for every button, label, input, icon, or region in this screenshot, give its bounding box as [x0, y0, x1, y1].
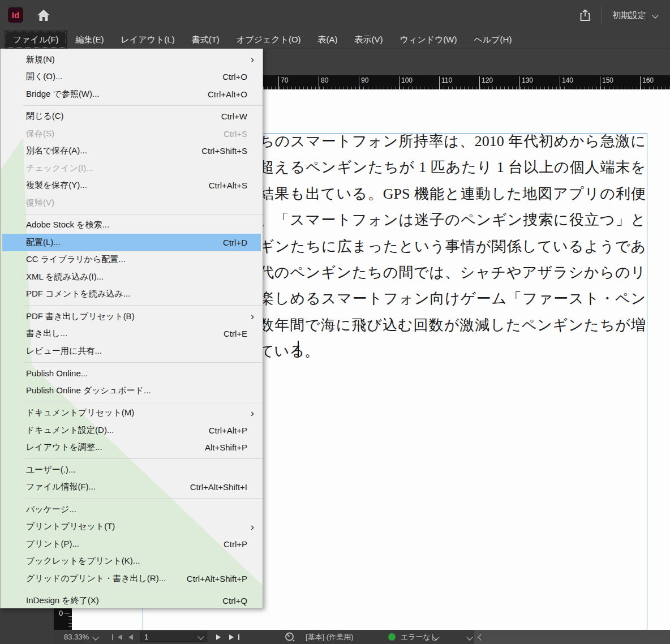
ruler-tick: 140 — [560, 76, 560, 89]
menu-separator — [23, 214, 263, 214]
previous-page-button[interactable] — [128, 630, 133, 644]
menu-bar: ファイル(F)編集(E)レイアウト(L)書式(T)オブジェクト(O)表(A)表示… — [0, 31, 670, 49]
menubar-item-7[interactable]: ウィンドウ(W) — [392, 31, 466, 49]
menu-item-shortcut: Ctrl+Alt+Shift+I — [190, 482, 255, 492]
text-line: 代のペンギンたちの間では、シャチやアザラシからのリ — [259, 260, 646, 286]
file-menu-item[interactable]: プリント(P)...Ctrl+P — [2, 535, 261, 553]
menu-item-label: InDesign を終了(X) — [26, 595, 99, 606]
horizontal-scrollbar[interactable] — [474, 630, 670, 644]
menubar-item-4[interactable]: オブジェクト(O) — [228, 31, 310, 49]
vertical-ruler[interactable]: 0 — [54, 608, 72, 630]
menu-item-label: ユーザー(.)... — [26, 465, 75, 475]
file-menu-item[interactable]: プリントプリセット(T)› — [2, 518, 261, 536]
menu-separator — [23, 458, 263, 459]
file-menu-item[interactable]: InDesign を終了(X)Ctrl+Q — [2, 593, 261, 609]
error-status-dropdown[interactable]: エラーなし — [388, 630, 472, 644]
file-menu-item[interactable]: グリッドのプリント・書き出し(R)...Ctrl+Alt+Shift+P — [2, 570, 261, 587]
text-caret — [298, 341, 299, 357]
menu-item-shortcut: Ctrl+W — [221, 111, 255, 121]
file-menu-item[interactable]: Bridge で参照(W)...Ctrl+Alt+O — [2, 85, 261, 103]
menu-item-shortcut: Ctrl+Alt+P — [209, 426, 255, 435]
submenu-arrow-icon: › — [251, 407, 254, 418]
menu-item-shortcut: Ctrl+Alt+Shift+P — [187, 574, 255, 583]
preflight-menu-button[interactable] — [285, 630, 295, 644]
file-menu-item[interactable]: 新規(N)› — [2, 51, 261, 68]
page-dropdown-chevron-icon — [197, 633, 204, 639]
file-menu-item[interactable]: 開く(O)...Ctrl+O — [2, 68, 261, 86]
menu-item-shortcut: Ctrl+O — [222, 72, 255, 81]
file-menu-item[interactable]: 複製を保存(Y)...Ctrl+Alt+S — [2, 177, 261, 195]
file-menu-item[interactable]: ファイル情報(F)...Ctrl+Alt+Shift+I — [2, 479, 261, 496]
file-menu-item[interactable]: Adobe Stock を検索... — [2, 217, 261, 234]
menu-item-label: グリッドのプリント・書き出し(R)... — [26, 573, 166, 584]
menubar-item-5[interactable]: 表(A) — [310, 31, 346, 49]
file-menu-item[interactable]: ドキュメント設定(D)...Ctrl+Alt+P — [2, 422, 261, 439]
file-menu-item[interactable]: パッケージ... — [2, 501, 261, 518]
menu-separator — [23, 305, 263, 306]
share-button[interactable] — [577, 7, 593, 23]
zoom-level-control[interactable]: 83.33% — [64, 630, 98, 644]
home-icon — [36, 8, 51, 22]
ruler-tick: 100 — [399, 76, 400, 89]
next-page-icon — [216, 634, 221, 640]
file-menu-item[interactable]: PDF 書き出しプリセット(B)› — [2, 308, 261, 325]
menu-item-label: 閉じる(C) — [26, 111, 64, 122]
file-menu-item[interactable]: レビュー用に共有... — [2, 342, 261, 360]
status-bar: 83.33% 1 [基本] (作業用) エラーなし — [54, 630, 670, 644]
file-menu-item[interactable]: 閉じる(C)Ctrl+W — [2, 108, 261, 126]
previous-page-icon — [128, 634, 133, 640]
file-menu-item[interactable]: 別名で保存(A)...Ctrl+Shift+S — [2, 143, 261, 160]
file-menu-item[interactable]: レイアウトを調整...Alt+Shift+P — [2, 439, 261, 457]
home-button[interactable] — [35, 7, 52, 24]
submenu-arrow-icon: › — [251, 521, 254, 531]
workspace-switcher[interactable]: 初期設定 — [612, 8, 658, 22]
menu-item-label: 開く(O)... — [26, 71, 63, 82]
menu-item-label: CC ライブラリから配置... — [26, 254, 126, 265]
file-menu-item[interactable]: ドキュメントプリセット(M)› — [2, 405, 261, 422]
menu-item-label: ドキュメントプリセット(M) — [26, 407, 134, 418]
menu-item-label: Adobe Stock を検索... — [26, 220, 109, 230]
file-menu-item[interactable]: CC ライブラリから配置... — [2, 251, 261, 269]
menu-separator — [23, 590, 263, 590]
chevron-down-icon — [92, 634, 98, 640]
menu-item-label: 復帰(V) — [26, 198, 54, 208]
text-line: 超えるペンギンたちが 1 匹あたり 1 台以上の個人端末を — [259, 154, 646, 181]
indesign-window: { "app": { "logo": "Id", "workspace": "初… — [0, 0, 670, 644]
file-menu-item[interactable]: Publish Online... — [2, 365, 261, 383]
last-page-button[interactable] — [229, 630, 239, 644]
ruler-tick: 160 — [640, 76, 641, 89]
first-page-button[interactable] — [112, 630, 122, 644]
menubar-item-2[interactable]: レイアウト(L) — [113, 31, 183, 49]
ruler-tick-label: 100 — [401, 76, 413, 84]
file-menu-item[interactable]: ブックレットをプリント(K)... — [2, 553, 261, 570]
file-menu-item[interactable]: PDF コメントを読み込み... — [2, 286, 261, 303]
menubar-item-8[interactable]: ヘルプ(H) — [466, 31, 521, 49]
page-number-field[interactable]: 1 — [140, 632, 207, 642]
file-menu-item[interactable]: 書き出し...Ctrl+E — [2, 325, 261, 343]
menubar-item-1[interactable]: 編集(E) — [67, 31, 113, 49]
file-menu-item[interactable]: 配置(L)...Ctrl+D — [2, 234, 261, 251]
menu-item-shortcut: Ctrl+Alt+O — [208, 89, 255, 99]
chevron-down-icon — [466, 634, 473, 640]
menubar-item-0[interactable]: ファイル(F) — [5, 31, 67, 49]
file-menu-item[interactable]: ユーザー(.)... — [2, 461, 261, 479]
zoom-level-value: 83.33% — [64, 633, 89, 641]
menu-item-label: 複製を保存(Y)... — [26, 180, 87, 191]
file-menu-item: 保存(S)Ctrl+S — [2, 125, 261, 143]
menu-item-label: プリントプリセット(T) — [26, 521, 115, 532]
menu-item-shortcut: Ctrl+E — [224, 329, 255, 338]
menubar-item-6[interactable]: 表示(V) — [346, 31, 392, 49]
menu-item-label: プリント(P)... — [26, 539, 79, 549]
ruler-tick: 130 — [519, 76, 520, 89]
next-page-button[interactable] — [216, 630, 221, 644]
ruler-tick: 70 — [278, 76, 279, 89]
share-icon — [578, 8, 592, 22]
file-menu-item[interactable]: XML を読み込み(I)... — [2, 268, 261, 286]
menu-separator — [23, 362, 263, 363]
last-page-bar — [238, 634, 239, 640]
file-menu-item[interactable]: Publish Online ダッシュボード... — [2, 382, 261, 400]
file-menu-item: 復帰(V) — [2, 194, 261, 212]
ruler-tick-label: 80 — [321, 76, 328, 84]
menu-item-label: PDF コメントを読み込み... — [26, 289, 130, 299]
menubar-item-3[interactable]: 書式(T) — [183, 31, 228, 49]
